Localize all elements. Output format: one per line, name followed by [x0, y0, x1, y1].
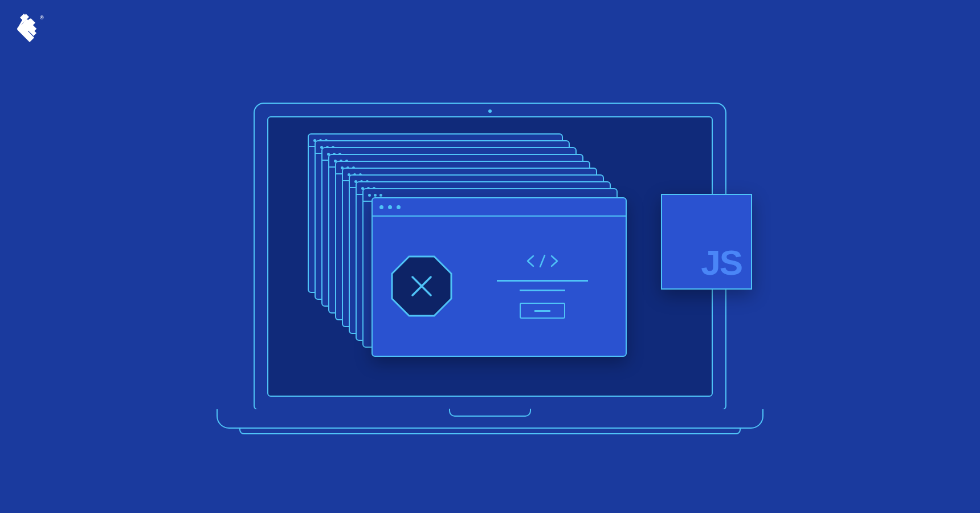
text-line-placeholder	[497, 280, 588, 282]
window-control-dot	[397, 205, 401, 209]
error-octagon-icon	[390, 254, 454, 318]
error-window	[371, 197, 627, 357]
dialog-button	[520, 303, 565, 319]
js-badge: JS	[661, 194, 752, 290]
laptop-base	[217, 409, 763, 429]
window-titlebar	[373, 198, 626, 217]
window-control-dot	[388, 205, 392, 209]
svg-text:®: ®	[40, 15, 44, 21]
code-brackets-icon	[525, 254, 560, 272]
toptal-logo-icon: ®	[17, 14, 44, 46]
laptop-foot	[239, 429, 741, 434]
error-detail	[476, 254, 609, 319]
text-line-placeholder	[520, 290, 565, 291]
svg-line-7	[540, 255, 545, 267]
brand-logo: ®	[17, 14, 44, 48]
hero-illustration: JS	[217, 63, 763, 450]
js-badge-label: JS	[701, 245, 742, 280]
window-control-dot	[379, 205, 383, 209]
laptop-camera-icon	[488, 109, 492, 113]
window-stack	[308, 133, 627, 350]
